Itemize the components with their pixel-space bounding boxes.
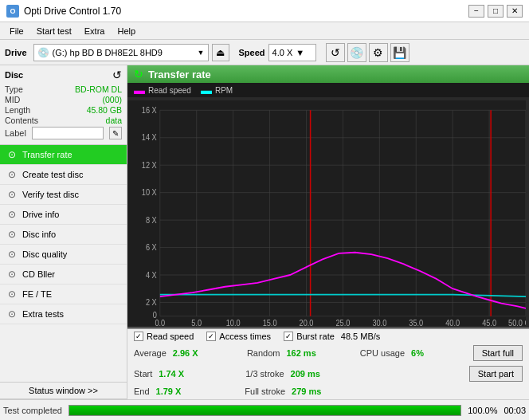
chart-container: 16 X 14 X 12 X 10 X 8 X 6 X 4 X 2 X 0 0.…: [127, 97, 529, 328]
cpu-value: 6%: [411, 348, 424, 358]
status-window-button[interactable]: Status window >>: [0, 382, 127, 399]
svg-text:20.0: 20.0: [300, 318, 314, 326]
speed-value: 4.0 X: [272, 48, 293, 57]
menu-file[interactable]: File: [3, 25, 30, 37]
svg-text:16 X: 16 X: [142, 105, 157, 115]
progress-bar-container: [69, 405, 461, 416]
svg-text:40.0: 40.0: [445, 318, 460, 326]
start-label: Start: [134, 369, 152, 379]
disc-type-value: BD-ROM DL: [75, 84, 122, 94]
refresh-button[interactable]: ↺: [326, 43, 345, 62]
drive-label: Drive: [5, 48, 27, 57]
menu-start-test[interactable]: Start test: [30, 25, 78, 37]
svg-text:6 X: 6 X: [146, 242, 157, 252]
svg-text:45.0: 45.0: [482, 318, 496, 326]
svg-text:30.0: 30.0: [372, 318, 386, 326]
sidebar-item-label: FE / TE: [22, 289, 52, 299]
sidebar-item-verify-test-disc[interactable]: ⊙ Verify test disc: [0, 185, 127, 205]
checkbox-read-speed[interactable]: ✓ Read speed: [134, 332, 194, 341]
toolbar-icons: ↺ 💿 ⚙ 💾: [326, 43, 409, 62]
disc-label-input[interactable]: [32, 127, 104, 139]
disc-info-icon: ⊙: [6, 229, 18, 240]
svg-text:15.0: 15.0: [263, 318, 277, 326]
sidebar-item-create-test-disc[interactable]: ⊙ Create test disc: [0, 165, 127, 185]
svg-text:14 X: 14 X: [142, 133, 157, 143]
maximize-button[interactable]: □: [488, 5, 504, 18]
speed-label: Speed: [239, 48, 265, 57]
window-controls: − □ ✕: [468, 5, 523, 18]
menu-extra[interactable]: Extra: [78, 25, 112, 37]
transfer-rate-icon: ⊙: [6, 149, 18, 160]
create-test-disc-icon: ⊙: [6, 169, 18, 180]
menu-help[interactable]: Help: [111, 25, 142, 37]
verify-test-disc-icon: ⊙: [6, 189, 18, 200]
disc-button[interactable]: 💿: [347, 43, 366, 62]
start-part-button[interactable]: Start part: [469, 366, 523, 382]
sidebar-item-disc-info[interactable]: ⊙ Disc info: [0, 225, 127, 245]
sidebar-item-label: Drive info: [22, 210, 59, 219]
toolbar: Drive 💿 (G:) hp BD B DH8E2L 8HD9 ▼ ⏏ Spe…: [0, 40, 529, 65]
status-bar: Test completed 100.0% 00:03: [0, 399, 529, 420]
full-stroke-value: 279 ms: [292, 387, 321, 396]
close-button[interactable]: ✕: [507, 5, 523, 18]
stats-row-1: Average 2.96 X Random 162 ms CPU usage 6…: [127, 343, 529, 363]
sidebar-item-disc-quality[interactable]: ⊙ Disc quality: [0, 245, 127, 265]
average-value: 2.96 X: [173, 348, 198, 358]
burst-rate-checkbox[interactable]: ✓: [284, 332, 293, 341]
checkbox-access-times[interactable]: ✓ Access times: [206, 332, 271, 341]
access-times-checkbox[interactable]: ✓: [206, 332, 216, 341]
stats-row-3: End 1.79 X Full stroke 279 ms: [127, 385, 529, 398]
sidebar-item-fe-te[interactable]: ⊙ FE / TE: [0, 285, 127, 304]
burst-rate-checkbox-label: Burst rate: [296, 332, 335, 341]
timer-text: 00:03: [504, 406, 526, 415]
legend-read-speed-label: Read speed: [148, 86, 191, 95]
checkbox-burst-rate[interactable]: ✓ Burst rate 48.5 MB/s: [284, 332, 380, 341]
eject-button[interactable]: ⏏: [212, 44, 229, 61]
drive-select[interactable]: 💿 (G:) hp BD B DH8E2L 8HD9 ▼: [33, 44, 209, 61]
read-speed-checkbox-label: Read speed: [147, 332, 194, 341]
sidebar-item-label: Disc info: [22, 230, 56, 239]
chart-icon: ↻: [134, 68, 143, 80]
read-speed-checkbox[interactable]: ✓: [134, 332, 143, 341]
svg-text:4 X: 4 X: [146, 270, 157, 280]
cd-bller-icon: ⊙: [6, 269, 18, 280]
sidebar-item-label: Verify test disc: [22, 190, 79, 199]
svg-text:2 X: 2 X: [146, 297, 157, 307]
chart-legend: ▬ Read speed ▬ RPM: [127, 83, 529, 97]
app-title: Opti Drive Control 1.70: [24, 6, 121, 17]
full-stroke-label: Full stroke: [245, 387, 285, 396]
menu-bar: File Start test Extra Help: [0, 22, 529, 40]
speed-select[interactable]: 4.0 X ▼: [268, 44, 316, 61]
sidebar-item-transfer-rate[interactable]: ⊙ Transfer rate: [0, 145, 127, 165]
extra-tests-icon: ⊙: [6, 308, 18, 320]
sidebar-item-drive-info[interactable]: ⊙ Drive info: [0, 205, 127, 225]
empty-stat: [358, 366, 469, 382]
app-icon: O: [6, 5, 19, 18]
fe-te-icon: ⊙: [6, 289, 18, 300]
save-button[interactable]: 💾: [390, 43, 409, 62]
svg-text:0.0: 0.0: [155, 318, 165, 326]
svg-rect-0: [127, 100, 526, 326]
start-full-button[interactable]: Start full: [473, 345, 523, 361]
svg-text:50.0 GB: 50.0 GB: [508, 318, 526, 326]
sidebar-item-cd-bller[interactable]: ⊙ CD Bller: [0, 265, 127, 285]
progress-text: 100.0%: [468, 406, 497, 415]
sidebar-item-label: CD Bller: [22, 269, 55, 279]
sidebar-item-extra-tests[interactable]: ⊙ Extra tests: [0, 304, 127, 324]
disc-label-key: Label: [5, 128, 26, 138]
sidebar-item-label: Create test disc: [22, 170, 83, 179]
svg-text:5.0: 5.0: [191, 318, 202, 326]
sidebar-item-label: Disc quality: [22, 249, 67, 259]
sidebar-item-label: Transfer rate: [22, 150, 72, 159]
svg-text:10 X: 10 X: [142, 188, 157, 198]
legend-read-speed: ▬ Read speed: [134, 84, 191, 96]
svg-text:8 X: 8 X: [146, 215, 157, 225]
checkboxes-row: ✓ Read speed ✓ Access times ✓ Burst rate…: [127, 329, 529, 343]
disc-label-edit-button[interactable]: ✎: [109, 127, 122, 139]
title-bar: O Opti Drive Control 1.70 − □ ✕: [0, 0, 529, 22]
settings-button[interactable]: ⚙: [369, 43, 388, 62]
disc-length-label: Length: [5, 105, 30, 115]
random-label: Random: [247, 348, 280, 358]
disc-refresh-icon[interactable]: ↺: [112, 69, 122, 81]
minimize-button[interactable]: −: [468, 5, 484, 18]
